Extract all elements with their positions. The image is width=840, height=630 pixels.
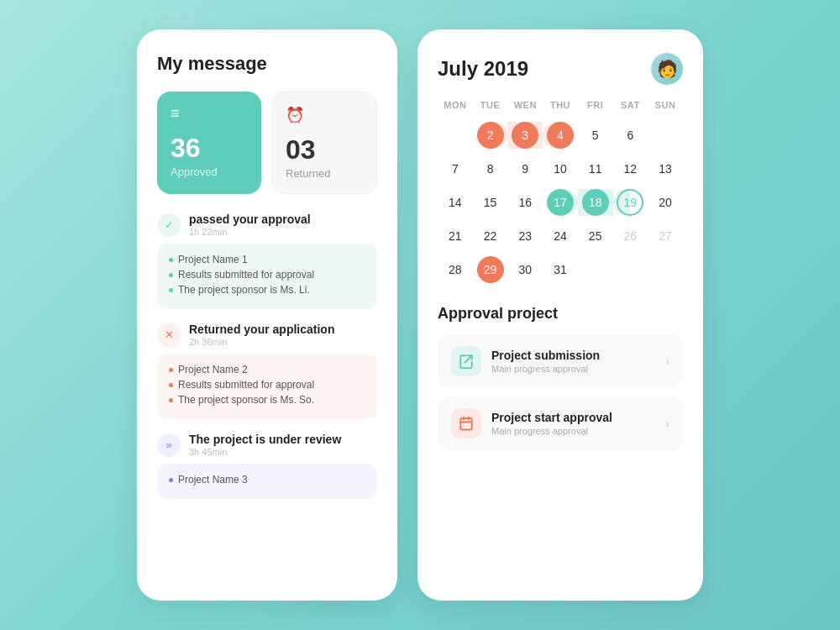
weekday-mon: MON: [438, 100, 473, 118]
weekday-sat: SAT: [613, 100, 648, 118]
cal-day-7[interactable]: 7: [438, 152, 473, 186]
cal-day-27[interactable]: 27: [648, 219, 683, 253]
message-title-1: passed your approval 1h 22min: [189, 213, 311, 237]
weekday-tue: TUE: [473, 100, 508, 118]
cal-day-17[interactable]: 17: [543, 186, 578, 219]
message-content-3: Project Name 3: [157, 464, 377, 499]
message-item-3: » The project is under review 3h 45min P…: [157, 433, 377, 499]
list-item: The project sponsor is Ms. Li.: [169, 284, 365, 296]
cal-day-21[interactable]: 21: [438, 219, 473, 253]
cal-day-26[interactable]: 26: [613, 219, 648, 253]
list-item: Project Name 1: [169, 254, 365, 265]
approved-stat: ≡ 36 Approved: [157, 92, 261, 194]
message-header-1: ✓ passed your approval 1h 22min: [157, 213, 377, 237]
cal-empty: [578, 253, 613, 286]
calendar-header: July 2019 🧑: [438, 53, 683, 85]
list-item: Project Name 3: [169, 474, 365, 486]
calendar-week-4: 21 22 23 24 25 26 27: [438, 219, 683, 253]
message-header-2: ✕ Returned your application 2h 36min: [157, 323, 377, 347]
cal-day-13[interactable]: 13: [648, 152, 683, 186]
cal-day-4[interactable]: 4: [543, 118, 578, 152]
submission-arrow: ›: [665, 354, 669, 368]
message-header-3: » The project is under review 3h 45min: [157, 433, 377, 457]
cal-day-3[interactable]: 3: [507, 118, 543, 152]
weekday-wen: WEN: [507, 100, 543, 118]
start-sub: Main progress approval: [491, 426, 655, 436]
cal-day-18[interactable]: 18: [578, 186, 613, 219]
avatar: 🧑: [651, 53, 683, 85]
cal-day-22[interactable]: 22: [473, 219, 508, 253]
calendar-weekdays: MON TUE WEN THU FRI SAT SUN: [438, 100, 683, 118]
approved-label: Approved: [171, 165, 218, 178]
approval-item-submission[interactable]: Project submission Main progress approva…: [438, 334, 683, 388]
approval-info-submission: Project submission Main progress approva…: [491, 349, 655, 374]
returned-label: Returned: [286, 167, 330, 180]
weekday-thu: THU: [543, 100, 578, 118]
cal-day-14[interactable]: 14: [438, 186, 473, 219]
cal-day-5[interactable]: 5: [578, 118, 613, 152]
returned-stat: ⏰ 03 Returned: [271, 92, 377, 194]
approval-item-start[interactable]: Project start approval Main progress app…: [438, 396, 683, 450]
cal-day-19[interactable]: 19: [613, 186, 648, 219]
list-item: Project Name 2: [169, 364, 365, 375]
submission-sub: Main progress approval: [491, 364, 655, 374]
calendar-title: July 2019: [438, 57, 528, 81]
approved-icon: ≡: [171, 105, 180, 123]
svg-line-0: [465, 355, 472, 362]
message-item-2: ✕ Returned your application 2h 36min Pro…: [157, 323, 377, 419]
cal-day-24[interactable]: 24: [543, 219, 578, 253]
approval-info-start: Project start approval Main progress app…: [491, 411, 655, 436]
list-item: The project sponsor is Ms. So.: [169, 394, 365, 406]
calendar-week-1: 2 3 4 5 6: [438, 118, 683, 152]
left-card-title: My message: [157, 53, 377, 75]
cal-day-29[interactable]: 29: [473, 253, 508, 286]
svg-rect-1: [460, 418, 472, 430]
calendar-week-5: 28 29 30 31: [438, 253, 683, 286]
cal-day-10[interactable]: 10: [543, 152, 578, 186]
submission-name: Project submission: [491, 349, 655, 362]
weekday-fri: FRI: [578, 100, 613, 118]
approval-section-title: Approval project: [438, 305, 683, 323]
message-title-2: Returned your application 2h 36min: [189, 323, 334, 347]
cal-day-8[interactable]: 8: [473, 152, 508, 186]
cal-day-20[interactable]: 20: [648, 186, 683, 219]
list-item: Results submitted for approval: [169, 379, 365, 391]
cal-day-11[interactable]: 11: [578, 152, 613, 186]
cal-day-31[interactable]: 31: [543, 253, 578, 286]
cal-day-2[interactable]: 2: [473, 118, 508, 152]
cal-day-9[interactable]: 9: [507, 152, 543, 186]
cal-day-23[interactable]: 23: [507, 219, 543, 253]
start-arrow: ›: [665, 417, 669, 430]
cal-empty: [648, 118, 683, 152]
message-title-3: The project is under review 3h 45min: [189, 433, 341, 457]
cross-icon: ✕: [157, 323, 181, 347]
double-arrow-icon: »: [157, 433, 181, 457]
message-content-2: Project Name 2 Results submitted for app…: [157, 354, 377, 419]
returned-icon: ⏰: [286, 106, 304, 124]
calendar-grid: MON TUE WEN THU FRI SAT SUN 2: [438, 100, 683, 286]
cal-day-30[interactable]: 30: [507, 253, 543, 286]
start-icon: [451, 408, 481, 438]
approved-number: 36: [171, 133, 201, 164]
cal-day-12[interactable]: 12: [613, 152, 648, 186]
weekday-sun: SUN: [648, 100, 683, 118]
left-panel: My message ≡ 36 Approved ⏰ 03 Returned ✓…: [137, 29, 397, 601]
message-item-1: ✓ passed your approval 1h 22min Project …: [157, 213, 377, 309]
calendar-week-3: 14 15 16 17 18 19 20: [438, 186, 683, 219]
cal-day-6[interactable]: 6: [613, 118, 648, 152]
returned-number: 03: [286, 134, 316, 165]
cal-empty: [613, 253, 648, 286]
cal-day-28[interactable]: 28: [438, 253, 473, 286]
cal-empty: [438, 118, 473, 152]
cal-empty: [648, 253, 683, 286]
stats-row: ≡ 36 Approved ⏰ 03 Returned: [157, 92, 377, 194]
list-item: Results submitted for approval: [169, 269, 365, 281]
message-content-1: Project Name 1 Results submitted for app…: [157, 244, 377, 309]
start-name: Project start approval: [491, 411, 655, 424]
cal-day-25[interactable]: 25: [578, 219, 613, 253]
submission-icon: [451, 346, 481, 376]
check-icon: ✓: [157, 213, 181, 237]
cal-day-15[interactable]: 15: [473, 186, 508, 219]
right-panel: July 2019 🧑 MON TUE WEN THU FRI SAT SUN …: [417, 29, 703, 601]
cal-day-16[interactable]: 16: [507, 186, 543, 219]
